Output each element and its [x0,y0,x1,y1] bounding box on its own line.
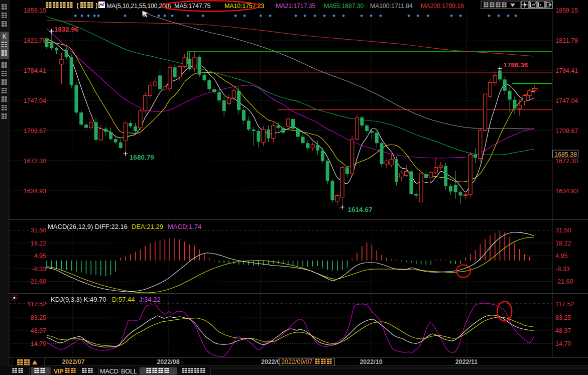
svg-text:MA21:1717.35: MA21:1717.35 [276,3,315,10]
svg-text:2022/09/07: 2022/09/07 [281,358,313,365]
svg-text:1747.04: 1747.04 [555,97,578,104]
svg-text:MA(5,10,21,55,100,200): MA(5,10,21,55,100,200) [106,3,171,10]
svg-text:1784.41: 1784.41 [555,67,578,74]
svg-text:2022/0: 2022/0 [261,358,280,365]
svg-text:KDJ(9,3,3) K:49.70: KDJ(9,3,3) K:49.70 [51,296,106,303]
svg-text:【: 【 [73,3,79,10]
svg-text:48.97: 48.97 [31,327,46,334]
svg-text:VIP: VIP [54,368,63,375]
svg-text:-21.60: -21.60 [555,278,573,285]
svg-text:18.22: 18.22 [555,240,571,247]
svg-text:-8.33: -8.33 [32,266,47,273]
svg-text:2022/10: 2022/10 [360,358,382,365]
svg-text:MACD: MACD [100,368,119,375]
svg-text:1614.67: 1614.67 [348,206,373,213]
svg-text:83.25: 83.25 [31,314,46,321]
svg-text:-8.33: -8.33 [555,266,570,273]
svg-text:2022/07: 2022/07 [62,358,84,365]
svg-text:48.97: 48.97 [555,327,571,334]
svg-text:31.50: 31.50 [555,227,571,234]
svg-text:1859.15: 1859.15 [24,7,46,14]
svg-text:1672.30: 1672.30 [555,158,578,165]
svg-text:4.95: 4.95 [555,253,567,260]
svg-text:1634.93: 1634.93 [24,188,46,195]
svg-text:31.50: 31.50 [31,227,46,234]
svg-text:MACD(26,12,9) DIFF:22.16: MACD(26,12,9) DIFF:22.16 [48,223,128,230]
svg-text:4.95: 4.95 [34,253,46,260]
svg-text:1747.04: 1747.04 [24,97,46,104]
svg-text:BOLL: BOLL [121,368,137,375]
svg-text:1685.38: 1685.38 [554,151,577,158]
svg-text:2022/08: 2022/08 [157,358,179,365]
svg-text:1786.36: 1786.36 [504,61,528,69]
svg-text:MA55:1687.30: MA55:1687.30 [324,3,364,10]
svg-text:K: K [3,33,7,40]
svg-text:1709.67: 1709.67 [24,128,46,135]
svg-text:MACD:1.74: MACD:1.74 [168,223,201,230]
svg-text:DEA:21.29: DEA:21.29 [132,223,163,230]
svg-text:MA100:1711.84: MA100:1711.84 [370,3,413,10]
svg-text:117.52: 117.52 [555,301,574,308]
svg-text:14.70: 14.70 [31,340,46,347]
svg-text:-21.60: -21.60 [29,278,46,285]
svg-text:1709.67: 1709.67 [555,128,578,135]
svg-text:14.70: 14.70 [555,340,571,347]
svg-text:D:57.44: D:57.44 [112,296,135,303]
svg-text:117.52: 117.52 [28,301,46,308]
svg-text:MA200:1799.16: MA200:1799.16 [421,3,464,10]
svg-text:MA10:1757.23: MA10:1757.23 [224,3,264,10]
svg-text:1859.15: 1859.15 [555,7,578,14]
svg-text:1784.41: 1784.41 [24,67,46,74]
svg-text:1821.78: 1821.78 [24,37,46,44]
svg-text:1832.96: 1832.96 [54,26,79,33]
svg-text:2022/11: 2022/11 [455,358,478,365]
svg-text:1821.78: 1821.78 [555,37,578,44]
svg-text:J:34.22: J:34.22 [139,296,161,303]
svg-text:18.22: 18.22 [31,240,46,247]
svg-text:MA5:1747.75: MA5:1747.75 [174,3,210,10]
svg-text:1672.30: 1672.30 [24,158,46,165]
svg-text:1634.93: 1634.93 [555,188,578,195]
svg-text:83.25: 83.25 [555,314,571,321]
svg-text:1680.79: 1680.79 [130,154,154,161]
